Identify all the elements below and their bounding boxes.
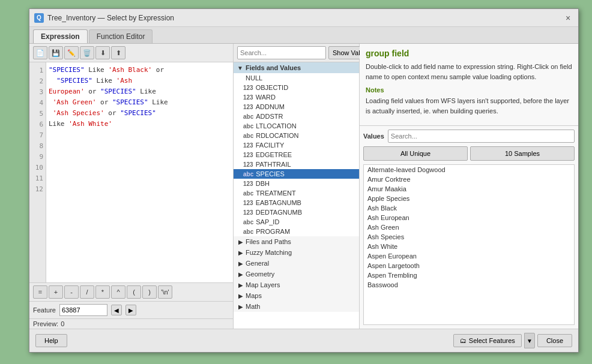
category-arrow-icon: ▶: [238, 282, 243, 288]
category-geometry[interactable]: ▶ Geometry: [234, 269, 359, 279]
help-button[interactable]: Help: [35, 334, 67, 347]
fields-search-input[interactable]: [237, 46, 326, 59]
field-eabtagnumb[interactable]: 123 EABTAGNUMB: [234, 198, 359, 207]
title-bar: Q Tree_Inventory — Select by Expression …: [29, 9, 578, 27]
value-item[interactable]: Ash Species: [364, 232, 574, 242]
category-fuzzy-matching[interactable]: ▶ Fuzzy Matching: [234, 247, 359, 258]
preview-label: Preview:: [33, 320, 58, 327]
nav-next-button[interactable]: ▶: [125, 305, 136, 315]
category-files-paths[interactable]: ▶ Files and Paths: [234, 236, 359, 247]
field-dedtagnumb[interactable]: 123 DEDTAGNUMB: [234, 207, 359, 217]
field-ltlocation[interactable]: abc LTLOCATION: [234, 121, 359, 131]
category-general[interactable]: ▶ General: [234, 258, 359, 269]
value-item[interactable]: Amur Maakia: [364, 184, 574, 194]
value-item[interactable]: Aspen European: [364, 251, 574, 261]
op-divide[interactable]: /: [80, 285, 94, 299]
op-minus[interactable]: -: [64, 285, 79, 299]
bottom-right: 🗂 Select Features ▼ Close: [453, 333, 572, 348]
field-facility[interactable]: 123 FACILITY: [234, 140, 359, 150]
fields-list: ▼ Fields and Values NULL 123 OBJECTID 12…: [234, 62, 359, 329]
all-unique-button[interactable]: All Unique: [363, 146, 468, 161]
field-program[interactable]: abc PROGRAM: [234, 227, 359, 236]
feature-label: Feature: [33, 306, 56, 314]
new-button[interactable]: 📄: [33, 46, 47, 59]
edit-button[interactable]: ✏️: [64, 46, 79, 59]
tab-expression[interactable]: Expression: [33, 29, 88, 43]
field-pathtrail[interactable]: 123 PATHTRAIL: [234, 160, 359, 169]
values-search-input[interactable]: [388, 130, 575, 143]
bottom-left: Help: [35, 334, 67, 347]
value-item[interactable]: Aspen Trembling: [364, 270, 574, 280]
import-button[interactable]: ⬇: [95, 46, 110, 59]
tab-function-editor[interactable]: Function Editor: [89, 29, 153, 43]
value-item[interactable]: Basswood: [364, 280, 574, 290]
help-section: group field Double-click to add field na…: [360, 44, 578, 126]
values-row: Values: [363, 130, 575, 143]
field-objectid[interactable]: 123 OBJECTID: [234, 83, 359, 92]
op-close-paren[interactable]: ): [142, 285, 157, 299]
op-newline[interactable]: '\n': [158, 285, 172, 299]
select-features-icon: 🗂: [460, 337, 467, 344]
field-treatment[interactable]: abc TREATMENT: [234, 188, 359, 198]
value-item[interactable]: Ash White: [364, 242, 574, 251]
preview-row: Preview: 0: [29, 318, 233, 329]
operator-buttons: = + - / * ^ ( ) '\n': [29, 282, 233, 301]
line-8: 8: [29, 140, 46, 151]
category-arrow-icon: ▶: [238, 293, 243, 299]
expression-toolbar: 📄 💾 ✏️ 🗑️ ⬇ ⬆: [29, 44, 233, 62]
field-addstr[interactable]: abc ADDSTR: [234, 112, 359, 121]
expression-editor[interactable]: "SPECIES" Like 'Ash Black' or "SPECIES" …: [46, 62, 233, 282]
fields-search-bar: Show Values: [234, 44, 359, 62]
op-multiply[interactable]: *: [95, 285, 110, 299]
nav-prev-button[interactable]: ◀: [111, 305, 122, 315]
values-list: Alternate-leaved Dogwood Amur Corktree A…: [363, 164, 575, 325]
op-equals[interactable]: =: [33, 285, 47, 299]
field-sap-id[interactable]: abc SAP_ID: [234, 217, 359, 227]
export-button[interactable]: ⬆: [111, 46, 125, 59]
value-item[interactable]: Ash Green: [364, 222, 574, 232]
field-edgetree[interactable]: 123 EDGETREE: [234, 150, 359, 160]
values-label: Values: [363, 133, 384, 140]
field-species[interactable]: abc SPECIES: [234, 169, 359, 179]
value-item[interactable]: Ash Black: [364, 203, 574, 213]
op-power[interactable]: ^: [111, 285, 125, 299]
line-5: 5: [29, 108, 46, 119]
ten-samples-button[interactable]: 10 Samples: [470, 146, 575, 161]
op-open-paren[interactable]: (: [127, 285, 141, 299]
op-plus[interactable]: +: [49, 285, 63, 299]
feature-input[interactable]: [59, 304, 107, 316]
line-6: 6: [29, 119, 46, 130]
field-dbh[interactable]: 123 DBH: [234, 179, 359, 188]
category-math[interactable]: ▶ Math: [234, 301, 359, 312]
middle-panel: Show Values ▼ Fields and Values NULL 123…: [234, 44, 360, 329]
field-ward[interactable]: 123 WARD: [234, 92, 359, 102]
category-maps[interactable]: ▶ Maps: [234, 290, 359, 301]
select-features-button[interactable]: 🗂 Select Features: [453, 334, 522, 347]
value-item[interactable]: Alternate-leaved Dogwood: [364, 165, 574, 175]
title-close-button[interactable]: ×: [563, 13, 573, 23]
delete-button[interactable]: 🗑️: [80, 46, 94, 59]
value-item[interactable]: Ash European: [364, 213, 574, 222]
close-dialog-button[interactable]: Close: [537, 334, 572, 347]
category-arrow-icon: ▶: [238, 260, 243, 267]
dialog-title: Tree_Inventory — Select by Expression: [47, 14, 174, 22]
field-addnum[interactable]: 123 ADDNUM: [234, 102, 359, 112]
left-panel: 📄 💾 ✏️ 🗑️ ⬇ ⬆ 1 2 3 4 5 6 7 8 9: [29, 44, 234, 329]
value-item[interactable]: Apple Species: [364, 194, 574, 203]
save-button[interactable]: 💾: [49, 46, 63, 59]
field-rdlocation[interactable]: abc RDLOCATION: [234, 131, 359, 140]
bottom-bar: Help 🗂 Select Features ▼ Close: [29, 329, 578, 352]
line-4: 4: [29, 97, 46, 108]
line-9: 9: [29, 151, 46, 162]
line-7: 7: [29, 130, 46, 140]
field-null[interactable]: NULL: [234, 73, 359, 83]
value-item[interactable]: Amur Corktree: [364, 175, 574, 184]
line-1: 1: [29, 65, 46, 76]
select-features-dropdown[interactable]: ▼: [524, 333, 535, 348]
fields-values-label: Fields and Values: [246, 64, 301, 71]
tab-bar: Expression Function Editor: [29, 27, 578, 44]
value-item[interactable]: Aspen Largetooth: [364, 261, 574, 270]
category-map-layers[interactable]: ▶ Map Layers: [234, 279, 359, 290]
fields-values-header[interactable]: ▼ Fields and Values: [234, 62, 359, 73]
feature-row: Feature ◀ ▶: [29, 301, 233, 318]
